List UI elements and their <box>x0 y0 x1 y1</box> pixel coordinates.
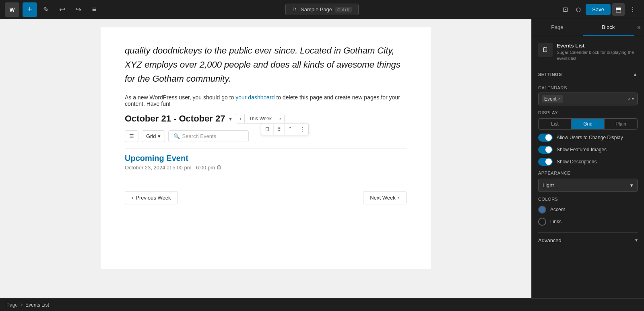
options-button[interactable]: ⋮ <box>626 3 639 16</box>
links-color-label: Links <box>550 219 561 224</box>
search-events-input[interactable]: 🔍 Search Events <box>168 130 249 142</box>
breadcrumb-current: Events List <box>25 302 49 308</box>
tag-remove-button[interactable]: × <box>558 97 561 101</box>
calendar-dropdown-arrow-icon[interactable]: ▾ <box>632 97 634 101</box>
block-info-text: Events List Sugar Calendar block for dis… <box>557 43 638 62</box>
main-layout: quality doodnickeys to the public ever s… <box>0 19 644 298</box>
event-title-link[interactable]: Upcoming Event <box>125 154 407 163</box>
tab-page[interactable]: Page <box>532 19 583 36</box>
events-list-block-icon: 🗓 <box>542 46 549 54</box>
advanced-section: Advanced ▾ <box>538 232 638 248</box>
descriptions-toggle[interactable] <box>538 158 553 166</box>
shortcut-badge: Ctrl+K <box>335 7 352 12</box>
advanced-chevron-icon: ▾ <box>635 237 638 243</box>
featured-images-toggle-row: Show Featured Images <box>538 146 638 154</box>
add-block-button[interactable]: + <box>23 2 37 17</box>
block-type-button[interactable]: 🗓 <box>261 124 274 135</box>
allow-users-toggle[interactable] <box>538 134 553 142</box>
save-button[interactable]: Save <box>586 4 611 15</box>
display-grid-button[interactable]: Grid <box>572 119 605 129</box>
drag-handle-button[interactable]: ⠿ <box>274 124 285 135</box>
advanced-header[interactable]: Advanced ▾ <box>538 233 638 248</box>
calendar-search-input[interactable] <box>565 96 627 102</box>
preview-button[interactable]: ⬡ <box>573 4 584 15</box>
allow-users-label: Allow Users to Change Display <box>557 135 623 140</box>
links-color-row: Links <box>538 218 638 226</box>
grid-label: Grid <box>146 133 156 139</box>
settings-section: Settings ▲ CALENDARS Event × × ▾ DISPLAY <box>538 68 638 226</box>
view-icon: ⊡ <box>563 6 568 13</box>
breadcrumb-page[interactable]: Page <box>6 302 18 308</box>
display-plain-button[interactable]: Plain <box>605 119 637 129</box>
toolbar-right: ⊡ ⬡ Save ⬒ ⋮ <box>360 3 639 16</box>
prev-week-button[interactable]: ‹ Previous Week <box>125 191 178 204</box>
accent-color-row: Accent <box>538 206 638 214</box>
calendar-tag: Event × <box>542 95 563 103</box>
sidebar-close-button[interactable]: × <box>634 21 644 35</box>
sample-page-button[interactable]: 🗋 Sample Page Ctrl+K <box>285 4 359 15</box>
next-week-nav-button[interactable]: › <box>276 114 284 123</box>
display-list-button[interactable]: List <box>539 119 572 129</box>
grid-dropdown[interactable]: Grid ▾ <box>142 130 165 142</box>
settings-header[interactable]: Settings ▲ <box>538 68 638 80</box>
featured-images-toggle[interactable] <box>538 146 553 154</box>
display-label: DISPLAY <box>538 110 638 115</box>
sample-page-label: Sample Page <box>301 6 332 12</box>
normal-text-block: As a new WordPress user, you should go t… <box>125 94 407 107</box>
italic-text-block[interactable]: quality doodnickeys to the public ever s… <box>125 43 407 86</box>
colors-label: COLORS <box>538 197 638 202</box>
prev-week-label: Previous Week <box>136 195 171 201</box>
block-name: Events List <box>557 43 638 49</box>
preview-icon: ⬡ <box>576 6 581 13</box>
filter-button[interactable]: ☰ <box>125 130 138 142</box>
vertical-dots-icon: ⋮ <box>299 126 305 132</box>
wp-logo[interactable]: W <box>5 2 19 17</box>
dashboard-link[interactable]: your dashboard <box>235 94 275 101</box>
pencil-icon: ✎ <box>43 5 49 14</box>
sidebar-icon: ⬒ <box>615 6 621 13</box>
advanced-label: Advanced <box>538 237 561 243</box>
tab-block[interactable]: Block <box>583 19 634 36</box>
appearance-dropdown[interactable]: Light ▾ <box>538 179 638 192</box>
block-floating-toolbar: 🗓 ⠿ ⌃ ⋮ <box>261 123 309 135</box>
sidebar-tabs: Page Block × <box>532 19 644 36</box>
featured-images-label: Show Featured Images <box>557 147 607 152</box>
block-info: 🗓 Events List Sugar Calendar block for d… <box>538 43 638 62</box>
editor-area: quality doodnickeys to the public ever s… <box>0 19 531 298</box>
events-list-icon: 🗓 <box>264 126 270 132</box>
normal-text-before: As a new WordPress user, you should go t… <box>125 94 234 101</box>
appearance-label: APPEARANCE <box>538 171 638 175</box>
menu-button[interactable]: ≡ <box>87 2 101 17</box>
dropdown-chevron-icon: ▾ <box>158 133 161 139</box>
accent-color-swatch[interactable] <box>538 206 546 214</box>
move-up-down-button[interactable]: ⌃ <box>285 124 296 135</box>
week-nav-footer: ‹ Previous Week Next Week › <box>125 183 407 204</box>
breadcrumb-bar: Page > Events List <box>0 298 644 311</box>
toolbar-left: W + ✎ ↩ ↪ ≡ <box>5 2 284 17</box>
calendar-input[interactable]: Event × × ▾ <box>538 93 638 105</box>
block-sidebar-toggle[interactable]: ⬒ <box>612 3 625 16</box>
upcoming-event: Upcoming Event October 23, 2024 at 5:00 … <box>125 154 407 171</box>
filter-icon: ☰ <box>129 133 134 139</box>
appearance-value: Light <box>543 182 554 188</box>
sidebar-content: 🗓 Events List Sugar Calendar block for d… <box>532 36 644 298</box>
calendars-label: CALENDARS <box>538 85 638 90</box>
drag-icon: ⠿ <box>277 126 281 132</box>
appearance-chevron-icon: ▾ <box>630 182 633 188</box>
next-week-button[interactable]: Next Week › <box>363 191 407 204</box>
next-week-label: Next Week <box>370 195 395 201</box>
right-sidebar: Page Block × 🗓 Events List Sugar Calenda… <box>531 19 644 298</box>
tools-button[interactable]: ✎ <box>39 2 53 17</box>
prev-week-nav-button[interactable]: ‹ <box>236 114 244 123</box>
clear-all-button[interactable]: × <box>628 97 630 101</box>
undo-button[interactable]: ↩ <box>55 2 69 17</box>
calendar-tag-text: Event <box>544 96 557 102</box>
allow-users-toggle-row: Allow Users to Change Display <box>538 134 638 142</box>
links-color-swatch[interactable] <box>538 218 546 226</box>
editor-content: quality doodnickeys to the public ever s… <box>101 27 431 269</box>
view-button[interactable]: ⊡ <box>559 3 571 16</box>
date-range-chevron[interactable]: ▾ <box>229 115 232 122</box>
toolbar: W + ✎ ↩ ↪ ≡ 🗋 Sample Page Ctrl+K ⊡ ⬡ S <box>0 0 644 19</box>
block-options-button[interactable]: ⋮ <box>296 124 308 135</box>
redo-button[interactable]: ↪ <box>71 2 85 17</box>
